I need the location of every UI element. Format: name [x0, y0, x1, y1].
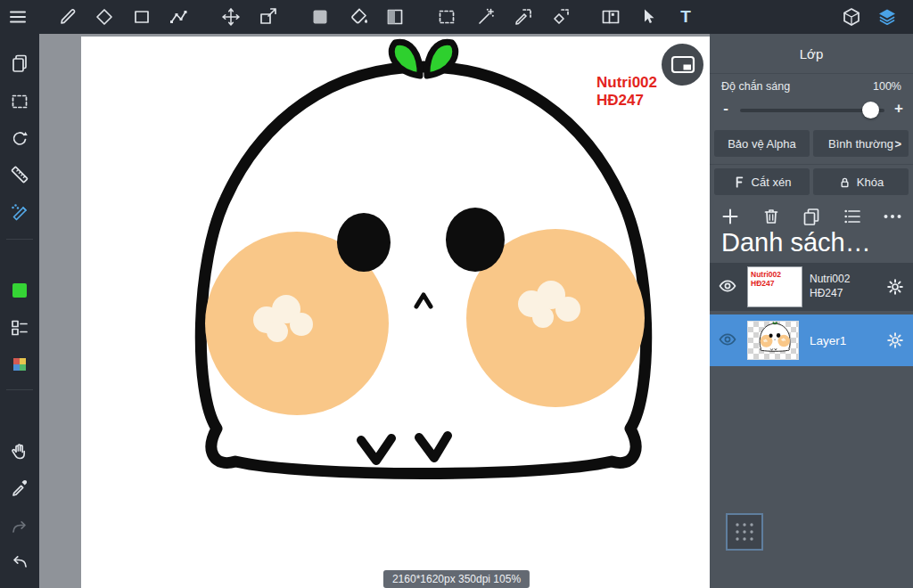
lock-icon [838, 176, 851, 189]
paint-bucket-tool[interactable] [347, 5, 370, 29]
brush-icon [57, 6, 78, 28]
panels-icon [600, 6, 621, 28]
clipping-icon [733, 176, 746, 189]
airbrush-tool-active[interactable] [8, 200, 31, 224]
shape-tool[interactable] [130, 5, 153, 29]
navigator-icon [669, 53, 697, 78]
layer-list-view-button[interactable] [841, 205, 864, 228]
top-toolbar: T [0, 0, 913, 34]
paint-bucket-icon [348, 6, 369, 28]
layer-thumbnail [747, 321, 799, 360]
layer-list-icon [9, 317, 30, 339]
layer-settings-button[interactable] [884, 276, 906, 298]
marquee-icon [436, 6, 457, 28]
panels-tool[interactable] [599, 5, 622, 29]
eyedropper-icon [9, 478, 30, 500]
pages-icon [9, 53, 30, 74]
polyline-tool[interactable] [167, 5, 190, 29]
opacity-slider-track[interactable] [740, 109, 884, 112]
chibi-character-drawing [81, 37, 710, 588]
layer-settings-button[interactable] [884, 330, 906, 351]
duplicate-icon [801, 206, 822, 227]
dot-grid-icon [733, 520, 756, 543]
layer-row-selected[interactable]: Layer1 [710, 314, 913, 366]
opacity-slider-knob[interactable] [862, 102, 879, 118]
transform-tool[interactable] [257, 5, 280, 29]
pages-tool[interactable] [8, 52, 31, 75]
hamburger-icon [7, 6, 29, 28]
eyedropper-tool[interactable] [8, 478, 31, 501]
duplicate-layer-button[interactable] [800, 205, 823, 228]
clipping-button[interactable]: Cắt xén [714, 168, 810, 195]
undo-button[interactable] [8, 551, 31, 574]
layer-drag-handle[interactable] [726, 513, 763, 551]
move-tool[interactable] [219, 5, 243, 29]
eraser-tool[interactable] [93, 5, 116, 29]
drawing-canvas[interactable]: Nutri002 HĐ247 [81, 37, 710, 588]
layer-actions-row [719, 203, 904, 230]
select-tool[interactable] [8, 90, 31, 113]
panel-divider [710, 164, 913, 165]
layer-row-watermark[interactable]: Nutri002 HĐ247 Nutri002 HĐ247 [710, 263, 913, 311]
redo-icon [9, 517, 30, 538]
cursor-tool[interactable] [637, 5, 660, 29]
blend-mode-button[interactable]: Bình thường > [813, 130, 909, 157]
alpha-protect-button[interactable]: Bảo vệ Alpha [714, 130, 810, 157]
color-swatch-icon [309, 6, 331, 28]
ellipsis-icon [882, 206, 903, 227]
more-options-button[interactable] [881, 205, 904, 228]
canvas-area[interactable]: Nutri002 HĐ247 [39, 34, 710, 588]
gradient-tool[interactable] [383, 5, 407, 29]
select-pen-tool[interactable] [512, 5, 535, 29]
opacity-minus-button[interactable]: - [719, 100, 733, 118]
visibility-toggle[interactable] [717, 329, 740, 352]
lock-button[interactable]: Khóa [813, 168, 909, 195]
text-tool[interactable]: T [674, 5, 697, 29]
thumbnail-artwork [748, 322, 798, 359]
ruler-tool[interactable] [8, 163, 31, 186]
text-tool-icon: T [680, 7, 691, 27]
gradient-icon [384, 6, 406, 28]
select-eraser-tool[interactable] [549, 5, 572, 29]
layer-name: Nutri002 HĐ247 [810, 273, 850, 300]
opacity-plus-button[interactable]: + [892, 100, 906, 118]
marquee-select-tool[interactable] [435, 5, 458, 29]
opacity-label: Độ chắn sáng [721, 80, 790, 93]
menu-button[interactable] [6, 5, 29, 29]
move-icon [220, 6, 242, 28]
visibility-toggle[interactable] [717, 275, 740, 298]
layer-list-title: Danh sách… [721, 228, 871, 257]
undo-icon [9, 551, 30, 573]
eye-icon [717, 329, 738, 350]
layer-list-tool[interactable] [8, 316, 31, 339]
brush-tool[interactable] [56, 5, 79, 29]
opacity-row: Độ chắn sáng 100% [721, 80, 901, 93]
magic-wand-tool[interactable] [474, 5, 498, 29]
sidebar-divider [6, 239, 33, 240]
green-swatch-icon [9, 280, 30, 301]
layers-icon [876, 6, 898, 28]
blend-row: Bảo vệ Alpha Bình thường > [714, 130, 909, 157]
color-palette-tool[interactable] [8, 353, 31, 376]
left-toolbar [0, 34, 39, 588]
sidebar-divider [6, 389, 33, 390]
chevron-right-icon: > [894, 137, 901, 151]
foreground-color-swatch[interactable] [8, 279, 31, 302]
redo-button[interactable] [8, 516, 31, 539]
color-swatch-tool[interactable] [308, 5, 332, 29]
delete-layer-button[interactable] [760, 205, 783, 228]
paint-app: { "toolbar": { "text_tool_glyph": "T", "… [0, 0, 913, 588]
list-icon [842, 206, 863, 227]
hand-tool[interactable] [8, 440, 31, 463]
3d-view-button[interactable] [840, 5, 863, 29]
thumb-text-line2: HĐ247 [751, 279, 799, 288]
hand-icon [9, 441, 30, 462]
canvas-status: 2160*1620px 350dpi 105% [383, 570, 530, 588]
navigator-button[interactable] [662, 44, 703, 86]
layers-panel-button[interactable] [876, 5, 899, 29]
palette-icon [9, 354, 30, 375]
rotate-view-tool[interactable] [8, 127, 31, 150]
add-layer-button[interactable] [719, 205, 742, 228]
watermark-text: Nutri002 HĐ247 [596, 74, 657, 109]
select-eraser-icon [550, 6, 572, 28]
